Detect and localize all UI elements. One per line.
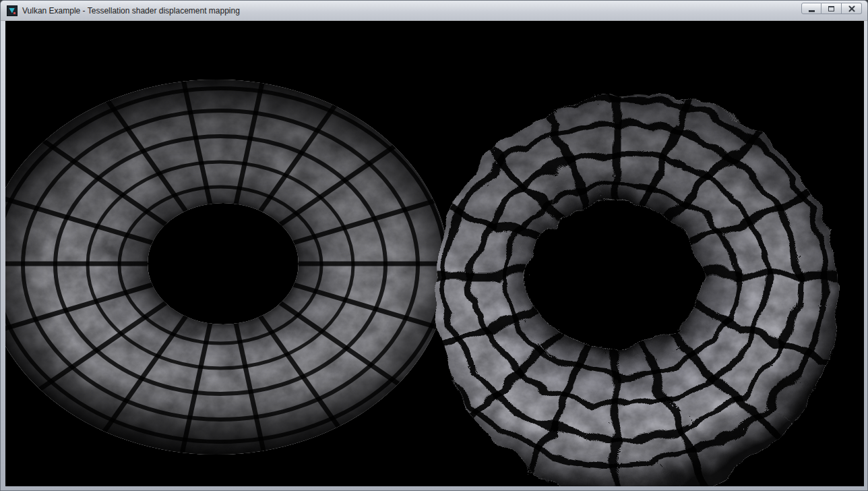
app-window: Vulkan Example - Tessellation shader dis… [0, 0, 868, 491]
window-title: Vulkan Example - Tessellation shader dis… [22, 1, 240, 21]
titlebar[interactable]: Vulkan Example - Tessellation shader dis… [1, 1, 867, 21]
scene-svg [5, 21, 864, 486]
minimize-button[interactable] [801, 3, 822, 14]
window-controls [801, 3, 862, 14]
app-icon-dot [13, 12, 16, 14]
render-viewport[interactable] [5, 21, 864, 486]
maximize-icon [828, 6, 834, 11]
minimize-icon [809, 10, 815, 12]
close-icon [848, 5, 856, 13]
close-button[interactable] [842, 3, 862, 14]
maximize-button[interactable] [822, 3, 842, 14]
vulkan-app-icon [7, 5, 18, 16]
